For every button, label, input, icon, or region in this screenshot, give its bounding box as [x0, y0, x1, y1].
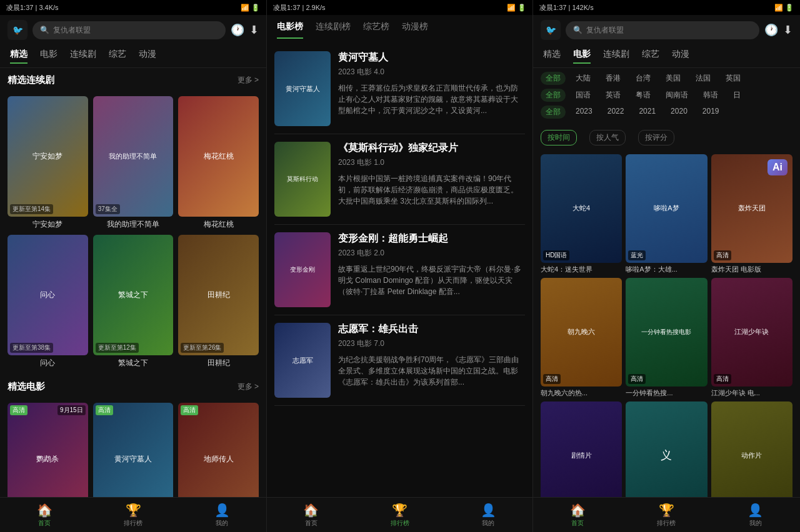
drama-item-4[interactable]: 问心 更新至第38集 问心 — [8, 235, 88, 368]
middle-movie-4[interactable]: 志愿军 志愿军：雄兵出击 2023 电影 7.0 为纪念抗美援朝战争胜利70周年… — [274, 315, 525, 406]
left-movie-more[interactable]: 更多 > — [238, 382, 259, 392]
left-nav-mine[interactable]: 👤 我的 — [178, 498, 266, 532]
middle-tab-drama[interactable]: 连续剧榜 — [316, 21, 351, 39]
right-panel: 凌晨1:37 | 142K/s 📶 🔋 🐦 🔍 复仇者联盟 🕐 ⬇ 精选 电影 … — [533, 0, 800, 532]
middle-movie-3[interactable]: 变形金刚 变形金刚：超能勇士崛起 2023 电影 2.0 故事重返上世纪90年代… — [274, 225, 525, 315]
right-movie-3[interactable]: 轰炸天团 高清 Ai 轰炸天团 电影版 — [711, 154, 792, 274]
left-tab-jingxuan[interactable]: 精选 — [10, 49, 28, 64]
middle-nav-rank[interactable]: 🏆 排行榜 — [356, 498, 444, 532]
right-tab-lianxuju[interactable]: 连续剧 — [603, 49, 629, 64]
right-tab-jingxuan[interactable]: 精选 — [543, 49, 561, 64]
drama-item-5[interactable]: 繁城之下 更新至第12集 繁城之下 — [93, 235, 174, 368]
right-content: 大蛇4 HD国语 大蛇4：迷失世界 哆啦A梦 蓝光 哆啦A梦：大雄... 轰炸天… — [533, 150, 800, 497]
right-badge-1: HD国语 — [543, 250, 569, 260]
middle-tab-variety[interactable]: 综艺榜 — [363, 21, 389, 39]
right-movie-2[interactable]: 哆啦A梦 蓝光 哆啦A梦：大雄... — [626, 154, 707, 274]
right-nav-mine[interactable]: 👤 我的 — [711, 498, 800, 532]
middle-movie-2[interactable]: 莫斯科行动 《莫斯科行动》独家纪录片 2023 电影 1.0 本片根据中国第一桩… — [274, 134, 525, 225]
right-tab-dongman[interactable]: 动漫 — [672, 49, 689, 64]
middle-info-2: 《莫斯科行动》独家纪录片 2023 电影 1.0 本片根据中国第一桩跨境追捕真实… — [338, 142, 525, 217]
middle-movie-1[interactable]: 黄河守墓人 黄河守墓人 2023 电影 4.0 相传，王莽篡位后为求皇权名正言顺… — [274, 44, 525, 134]
download-icon[interactable]: ⬇ — [249, 23, 259, 37]
right-movie-9[interactable]: 动作片 高清 — [711, 401, 792, 497]
filter-region-hk[interactable]: 香港 — [601, 72, 626, 85]
home-icon-r: 🏠 — [570, 503, 586, 518]
middle-tab-anime[interactable]: 动漫榜 — [402, 21, 428, 39]
left-tab-dongman[interactable]: 动漫 — [139, 49, 156, 64]
right-nav-rank[interactable]: 🏆 排行榜 — [622, 498, 711, 532]
filter-lang-all[interactable]: 全部 — [541, 89, 566, 102]
middle-nav-home[interactable]: 🏠 首页 — [267, 498, 356, 532]
movie-item-3[interactable]: 地师传人 高清 地师传人 — [178, 403, 259, 497]
left-drama-more[interactable]: 更多 > — [238, 75, 259, 86]
middle-meta-2: 2023 电影 1.0 — [338, 157, 525, 168]
sort-by-rating[interactable]: 按评分 — [638, 130, 674, 145]
right-tab-dianying[interactable]: 电影 — [573, 49, 591, 64]
sort-by-popularity[interactable]: 按人气 — [589, 130, 626, 145]
drama-title-4: 问心 — [8, 358, 88, 368]
filter-lang-korean[interactable]: 韩语 — [698, 89, 723, 102]
filter-year-2022[interactable]: 2022 — [602, 106, 629, 119]
left-header: 🐦 🔍 复仇者联盟 🕐 ⬇ — [0, 15, 266, 45]
history-icon[interactable]: 🕐 — [231, 23, 244, 37]
right-movie-7[interactable]: 剧情片 高清 — [541, 401, 622, 497]
left-search-bar[interactable]: 🔍 复仇者联盟 — [32, 21, 226, 39]
filter-region-all[interactable]: 全部 — [541, 72, 566, 85]
left-movie-grid: 鹦鹉杀 高清 9月15日 鹦鹉杀 黄河守墓人 高清 黄河守墓人 地师传人 高清 … — [0, 403, 266, 497]
movie-item-1[interactable]: 鹦鹉杀 高清 9月15日 鹦鹉杀 — [8, 403, 88, 497]
right-poster-6: 江湖少年诀 高清 — [711, 278, 792, 387]
drama-item-2[interactable]: 我的助理不简单 37集全 我的助理不简单 — [93, 96, 174, 230]
right-movie-1[interactable]: 大蛇4 HD国语 大蛇4：迷失世界 — [541, 154, 622, 274]
middle-tab-movie[interactable]: 电影榜 — [277, 21, 303, 39]
drama-item-6[interactable]: 田耕纪 更新至第26集 田耕纪 — [178, 235, 259, 368]
right-download-icon[interactable]: ⬇ — [783, 23, 792, 37]
filter-lang-en[interactable]: 英语 — [601, 89, 626, 102]
filter-lang-jp[interactable]: 日 — [728, 89, 746, 102]
left-drama-title: 精选连续剧 — [8, 74, 54, 86]
middle-info-1: 黄河守墓人 2023 电影 4.0 相传，王莽篡位后为求皇权名正言顺世代传承，也… — [338, 51, 525, 126]
filter-year-2023[interactable]: 2023 — [571, 106, 598, 119]
middle-nav-mine[interactable]: 👤 我的 — [444, 498, 532, 532]
right-search-text[interactable]: 复仇者联盟 — [586, 25, 624, 36]
drama-item-1[interactable]: 宁安如梦 更新至第14集 宁安如梦 — [8, 96, 88, 230]
right-title-2: 哆啦A梦：大雄... — [626, 265, 707, 274]
filter-region-uk[interactable]: 英国 — [721, 72, 746, 85]
filter-year-2021[interactable]: 2021 — [634, 106, 661, 119]
left-nav-home[interactable]: 🏠 首页 — [0, 498, 89, 532]
filter-region-tw[interactable]: 台湾 — [631, 72, 656, 85]
right-badge-2: 蓝光 — [628, 250, 646, 260]
right-movie-6[interactable]: 江湖少年诀 高清 江湖少年诀 电... — [711, 278, 792, 398]
filter-lang-cantonese[interactable]: 粤语 — [631, 89, 656, 102]
right-title-1: 大蛇4：迷失世界 — [541, 265, 622, 274]
filter-region-us[interactable]: 美国 — [661, 72, 686, 85]
filter-region-fr[interactable]: 法国 — [691, 72, 716, 85]
left-panel: 凌晨1:37 | 3.4K/s 📶 🔋 🐦 🔍 复仇者联盟 🕐 ⬇ 精选 电影 … — [0, 0, 267, 532]
movie-item-2[interactable]: 黄河守墓人 高清 黄河守墓人 — [93, 403, 174, 497]
right-movie-8[interactable]: 义 高清 义 — [626, 401, 707, 497]
left-tab-lianxuju[interactable]: 连续剧 — [70, 49, 96, 64]
drama-item-3[interactable]: 梅花红桃 梅花红桃 — [178, 96, 259, 230]
middle-status-text: 凌晨1:37 | 2.9K/s — [273, 3, 326, 12]
left-tab-dianying[interactable]: 电影 — [40, 49, 58, 64]
middle-meta-1: 2023 电影 4.0 — [338, 67, 525, 77]
rank-icon: 🏆 — [126, 503, 141, 518]
right-header: 🐦 🔍 复仇者联盟 🕐 ⬇ — [533, 15, 800, 45]
right-history-icon[interactable]: 🕐 — [764, 23, 778, 37]
filter-year-2019[interactable]: 2019 — [698, 106, 724, 119]
right-search-bar[interactable]: 🔍 复仇者联盟 — [566, 21, 759, 39]
filter-year-2020[interactable]: 2020 — [666, 106, 692, 119]
right-movie-5[interactable]: 一分钟看热搜电影 高清 一分钟看热搜... — [626, 278, 707, 398]
sort-by-time[interactable]: 按时间 — [541, 130, 577, 145]
filter-region-dalu[interactable]: 大陆 — [571, 72, 596, 85]
right-tab-zongyi[interactable]: 综艺 — [642, 49, 659, 64]
filter-lang-guoyu[interactable]: 国语 — [571, 89, 596, 102]
left-nav-rank[interactable]: 🏆 排行榜 — [89, 498, 178, 532]
filter-lang-minnan[interactable]: 闽南语 — [661, 89, 693, 102]
right-movie-4[interactable]: 朝九晚六 高清 朝九晚六的热... — [541, 278, 622, 398]
left-tab-zongyi[interactable]: 综艺 — [109, 49, 126, 64]
drama-badge-5: 更新至第12集 — [96, 343, 139, 353]
filter-year-all[interactable]: 全部 — [541, 106, 566, 119]
left-search-text[interactable]: 复仇者联盟 — [53, 25, 91, 36]
right-nav-home[interactable]: 🏠 首页 — [533, 498, 622, 532]
left-status-bar: 凌晨1:37 | 3.4K/s 📶 🔋 — [0, 0, 266, 15]
